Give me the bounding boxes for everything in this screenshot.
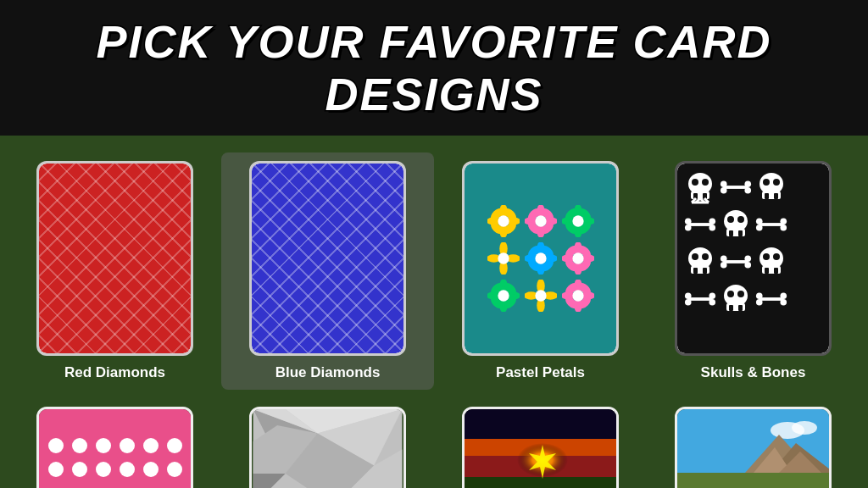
svg-rect-125 [774, 268, 778, 274]
bones-2 [684, 208, 716, 241]
dot-2 [72, 438, 87, 453]
svg-point-161 [792, 421, 817, 435]
dot-9 [96, 462, 111, 477]
card-item-pastel-petals[interactable]: Pastel Petals [434, 152, 647, 390]
svg-point-40 [535, 252, 546, 263]
svg-point-127 [773, 253, 780, 260]
bottom-card-item-geometric[interactable] [221, 398, 434, 488]
bones-1 [720, 170, 752, 204]
svg-point-63 [535, 290, 546, 301]
svg-rect-124 [765, 268, 769, 274]
svg-point-17 [535, 215, 546, 226]
card-skulls-label: Skulls & Bones [701, 364, 806, 381]
skull-2 [755, 170, 787, 204]
dot-5 [143, 438, 159, 453]
card-item-red-diamonds[interactable]: Red Diamonds [8, 152, 221, 390]
svg-point-26 [572, 215, 583, 226]
svg-rect-114 [703, 268, 707, 274]
svg-rect-91 [765, 193, 769, 199]
card-pastel-petals-inner [465, 164, 616, 353]
geo-svg [252, 409, 403, 488]
bottom-cards-row [0, 398, 868, 488]
flower-5 [525, 242, 557, 274]
svg-rect-132 [688, 297, 713, 301]
card-pastel-petals-label: Pastel Petals [496, 364, 585, 381]
svg-point-105 [737, 216, 744, 223]
dot-4 [120, 438, 135, 453]
svg-rect-99 [688, 223, 713, 226]
landscape-svg [677, 409, 832, 488]
flower-3 [562, 205, 594, 237]
skull-5 [755, 245, 787, 279]
svg-rect-103 [738, 230, 743, 236]
bones-6 [755, 282, 787, 316]
svg-point-126 [763, 253, 770, 260]
svg-point-78 [702, 179, 709, 186]
svg-rect-164 [677, 473, 832, 488]
svg-rect-88 [724, 186, 748, 189]
bones-3 [755, 208, 787, 241]
bottom-card-pink-dots [36, 407, 193, 488]
svg-rect-121 [724, 260, 748, 263]
svg-point-94 [773, 179, 780, 186]
card-red-diamonds-wrapper [36, 161, 193, 356]
dot-11 [143, 462, 159, 477]
svg-point-93 [763, 179, 770, 186]
dot-10 [120, 462, 135, 477]
svg-rect-135 [729, 305, 733, 311]
svg-point-115 [692, 253, 698, 260]
flower-2 [525, 205, 557, 237]
card-skulls-wrapper [675, 161, 832, 356]
svg-point-138 [737, 291, 744, 297]
bottom-card-item-sunset[interactable] [434, 398, 647, 488]
bottom-card-geometric [249, 407, 406, 488]
dot-3 [96, 438, 111, 453]
flower-8 [525, 280, 557, 312]
svg-rect-143 [760, 297, 784, 301]
cards-grid: Red Diamonds Blue Diamonds [0, 136, 868, 398]
skull-6 [720, 282, 752, 316]
svg-point-72 [572, 290, 583, 301]
skull-4 [684, 245, 716, 279]
card-red-diamonds-label: Red Diamonds [64, 364, 165, 381]
header-banner: PICK YOUR FAVORITE CARD DESIGNS [0, 0, 868, 136]
svg-point-104 [727, 216, 734, 223]
bottom-card-item-landscape[interactable] [647, 398, 860, 488]
page-title: PICK YOUR FAVORITE CARD DESIGNS [96, 16, 771, 119]
svg-rect-110 [760, 223, 784, 226]
card-item-skulls-bones[interactable]: Skulls & Bones [647, 152, 860, 390]
dot-8 [72, 462, 87, 477]
svg-rect-113 [693, 268, 698, 274]
flower-6 [562, 242, 594, 274]
pink-dots-inner [39, 409, 191, 488]
skull-1 [684, 170, 716, 204]
card-blue-diamonds-inner [252, 164, 403, 353]
card-blue-diamonds-wrapper [249, 161, 406, 356]
flower-4 [487, 242, 520, 274]
bottom-card-item-pink-dots[interactable] [8, 398, 221, 488]
svg-point-116 [702, 253, 709, 260]
bones-5 [684, 282, 716, 316]
svg-rect-136 [738, 305, 743, 311]
card-red-diamonds-inner [39, 164, 191, 353]
card-blue-diamonds-label: Blue Diamonds [275, 364, 381, 381]
card-pastel-petals-wrapper [462, 161, 619, 356]
bottom-card-sunset [462, 407, 619, 488]
svg-point-137 [727, 291, 734, 297]
svg-point-8 [498, 215, 509, 226]
flower-1 [487, 205, 520, 237]
dot-1 [48, 438, 64, 453]
bones-4 [720, 245, 752, 279]
flower-9 [562, 280, 594, 312]
dot-6 [167, 438, 182, 453]
svg-point-49 [572, 252, 583, 263]
sunset-svg [465, 409, 619, 488]
svg-point-77 [692, 179, 698, 186]
card-item-blue-diamonds[interactable]: Blue Diamonds [221, 152, 434, 390]
card-skulls-inner [677, 164, 829, 353]
bottom-card-landscape [675, 407, 832, 488]
svg-rect-102 [729, 230, 733, 236]
svg-point-31 [498, 252, 509, 263]
dot-12 [167, 462, 182, 477]
svg-rect-92 [774, 193, 778, 199]
